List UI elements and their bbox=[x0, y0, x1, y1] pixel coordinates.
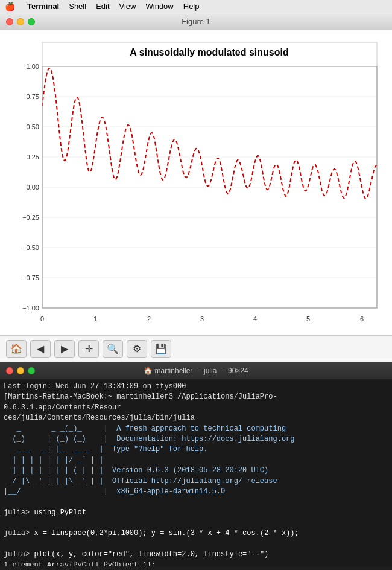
terminal-traffic-lights bbox=[6, 367, 35, 374]
terminal-window: 🏠 martinheller — julia — 90×24 Last logi… bbox=[0, 362, 392, 566]
figure-titlebar: Figure 1 bbox=[0, 13, 392, 30]
terminal-content[interactable]: Last login: Wed Jun 27 13:31:09 on ttys0… bbox=[0, 379, 392, 566]
svg-text:0.25: 0.25 bbox=[27, 153, 39, 161]
menu-view[interactable]: View bbox=[119, 2, 136, 11]
menu-terminal[interactable]: Terminal bbox=[27, 2, 59, 11]
terminal-maximize-button[interactable] bbox=[28, 367, 35, 374]
figure-title: Figure 1 bbox=[182, 17, 210, 26]
svg-text:−0.25: −0.25 bbox=[22, 214, 39, 221]
home-button[interactable]: 🏠 bbox=[6, 340, 27, 358]
svg-text:0: 0 bbox=[40, 315, 44, 322]
plot-svg: A sinusoidally modulated sinusoid 1.00 0… bbox=[6, 36, 386, 332]
svg-text:0.75: 0.75 bbox=[27, 93, 39, 100]
svg-text:−0.75: −0.75 bbox=[22, 274, 39, 281]
terminal-line: _ _ _| |_ __ _ | Type "?help" for help. bbox=[4, 444, 388, 455]
terminal-line: julia> using PyPlot bbox=[4, 508, 388, 518]
terminal-line: julia> x = linspace(0,2*pi,1000); y = si… bbox=[4, 528, 388, 539]
minimize-button[interactable] bbox=[17, 18, 24, 25]
terminal-minimize-button[interactable] bbox=[17, 367, 24, 374]
terminal-line: _/ |\__'_|_|_|\__'_| | Official http://j… bbox=[4, 476, 388, 487]
svg-text:4: 4 bbox=[253, 315, 257, 322]
svg-text:−1.00: −1.00 bbox=[22, 304, 39, 312]
terminal-line: |__/ | x86_64-apple-darwin14.5.0 bbox=[4, 487, 388, 497]
svg-text:0.00: 0.00 bbox=[27, 184, 39, 191]
terminal-line: julia> plot(x, y, color="red", linewidth… bbox=[4, 549, 388, 560]
figure-window: Figure 1 A sinusoidally modulated sinuso… bbox=[0, 13, 392, 362]
menubar: 🍎 Terminal Shell Edit View Window Help bbox=[0, 0, 392, 13]
svg-rect-0 bbox=[42, 42, 377, 308]
svg-text:0.50: 0.50 bbox=[27, 123, 39, 130]
terminal-titlebar: 🏠 martinheller — julia — 90×24 bbox=[0, 362, 392, 379]
menu-shell[interactable]: Shell bbox=[69, 2, 86, 11]
svg-text:−0.50: −0.50 bbox=[22, 244, 39, 251]
terminal-line: [Martins-Retina-MacBook:~ martinheller$ … bbox=[4, 392, 388, 413]
apple-menu[interactable]: 🍎 bbox=[5, 2, 15, 11]
configure-button[interactable]: ⚙ bbox=[127, 340, 147, 358]
traffic-lights bbox=[6, 18, 35, 25]
terminal-title: 🏠 martinheller — julia — 90×24 bbox=[144, 367, 248, 375]
plot-title: A sinusoidally modulated sinusoid bbox=[130, 47, 288, 57]
terminal-line: | | |_| | | | (_| | | Version 0.6.3 (201… bbox=[4, 466, 388, 476]
svg-text:1.00: 1.00 bbox=[27, 63, 39, 70]
plot-area: A sinusoidally modulated sinusoid 1.00 0… bbox=[0, 30, 392, 335]
save-button[interactable]: 💾 bbox=[151, 340, 171, 358]
terminal-close-button[interactable] bbox=[6, 367, 13, 374]
forward-button[interactable]: ▶ bbox=[54, 340, 75, 358]
terminal-line bbox=[4, 518, 388, 528]
back-button[interactable]: ◀ bbox=[30, 340, 51, 358]
zoom-button[interactable]: 🔍 bbox=[103, 340, 123, 358]
maximize-button[interactable] bbox=[28, 18, 35, 25]
terminal-line: 1-element Array{PyCall.PyObject,1}: bbox=[4, 560, 388, 566]
menu-help[interactable]: Help bbox=[183, 2, 200, 11]
terminal-line: (_) | (_) (_) | Documentation: https://d… bbox=[4, 434, 388, 444]
terminal-line: | | | | | | |/ _` | | bbox=[4, 455, 388, 466]
svg-text:5: 5 bbox=[306, 315, 310, 322]
svg-text:1: 1 bbox=[93, 315, 97, 322]
plot-toolbar: 🏠 ◀ ▶ ✛ 🔍 ⚙ 💾 bbox=[0, 335, 392, 362]
svg-text:3: 3 bbox=[200, 315, 204, 322]
terminal-line: _ _ _(_)_ | A fresh approach to technica… bbox=[4, 424, 388, 434]
svg-text:6: 6 bbox=[360, 315, 364, 322]
terminal-line bbox=[4, 539, 388, 549]
terminal-line: ces/julia/Contents/Resources/julia/bin/j… bbox=[4, 413, 388, 423]
terminal-line: Last login: Wed Jun 27 13:31:09 on ttys0… bbox=[4, 382, 388, 392]
pan-button[interactable]: ✛ bbox=[78, 340, 99, 358]
menu-window[interactable]: Window bbox=[146, 2, 174, 11]
close-button[interactable] bbox=[6, 18, 13, 25]
menu-edit[interactable]: Edit bbox=[96, 2, 109, 11]
svg-text:2: 2 bbox=[147, 315, 151, 322]
terminal-line bbox=[4, 497, 388, 507]
